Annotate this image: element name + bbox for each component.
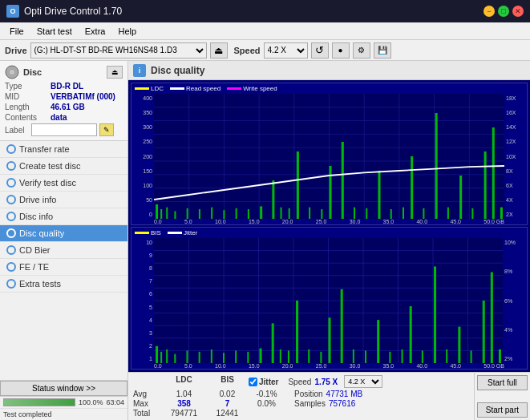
top-chart-yaxis-left: 400 350 300 250 200 150 100 50 0	[131, 94, 154, 219]
disc-header: Disc	[23, 67, 42, 77]
app-icon: O	[6, 5, 19, 18]
svg-rect-88	[308, 349, 310, 363]
status-window-button[interactable]: Status window >>	[0, 381, 127, 396]
svg-rect-103	[483, 301, 485, 363]
status-area: Status window >> 100.0% 63:04 Test compl…	[0, 380, 127, 420]
svg-rect-49	[459, 176, 462, 219]
status-text: Test completed	[3, 410, 52, 418]
svg-rect-35	[297, 151, 299, 219]
speed-select[interactable]: 4.2 X	[264, 42, 308, 59]
svg-rect-85	[280, 349, 281, 363]
refresh-button[interactable]: ↺	[311, 42, 329, 59]
disc-mid-value: VERBATIMf (000)	[51, 92, 115, 101]
svg-rect-87	[296, 301, 298, 363]
bottom-chart: BIS Jitter 10 9 8	[131, 227, 528, 370]
menu-file[interactable]: File	[3, 25, 30, 38]
legend-ldc: LDC	[135, 85, 164, 92]
progress-percent: 100.0%	[79, 398, 103, 406]
maximize-button[interactable]: □	[498, 6, 509, 17]
svg-rect-101	[458, 327, 460, 363]
svg-rect-45	[411, 156, 413, 219]
menu-help[interactable]: Help	[111, 25, 143, 38]
svg-rect-105	[499, 349, 501, 363]
nav-extra-tests[interactable]: Extra tests	[0, 276, 127, 293]
nav-icon-create-test	[6, 161, 16, 171]
top-chart-xaxis: 0.0 5.0 10.0 15.0 20.0 25.0 30.0 35.0 40…	[131, 219, 527, 224]
svg-rect-41	[366, 208, 367, 219]
stats-speed-value: 1.75 X	[314, 378, 338, 386]
svg-rect-37	[321, 209, 322, 219]
nav-disc-info[interactable]: Disc info	[0, 208, 127, 225]
svg-point-2	[11, 71, 14, 74]
legend-jitter: Jitter	[168, 229, 197, 236]
nav-items: Transfer rate Create test disc Verify te…	[0, 141, 127, 380]
stats-header-bis: BIS	[209, 375, 245, 388]
disc-label-input[interactable]	[31, 123, 97, 136]
menu-start-test[interactable]: Start test	[30, 25, 79, 38]
svg-rect-43	[390, 209, 392, 219]
burn-button[interactable]: ●	[332, 42, 350, 59]
nav-cd-bier[interactable]: CD Bier	[0, 242, 127, 259]
nav-icon-transfer-rate	[6, 144, 16, 154]
close-button[interactable]: ✕	[512, 6, 524, 17]
start-part-button[interactable]: Start part	[477, 402, 528, 418]
disc-label-label: Label	[5, 126, 29, 135]
drive-select[interactable]: (G:) HL-DT-ST BD-RE WH16NS48 1.D3	[30, 42, 207, 59]
disc-type-value: BD-R DL	[51, 82, 83, 91]
svg-rect-51	[484, 151, 487, 219]
svg-rect-33	[281, 208, 282, 219]
chart-title: Disc quality	[151, 65, 204, 76]
eject-button[interactable]: ⏏	[210, 42, 228, 59]
stats-position-label: Position	[294, 390, 323, 398]
stats-samples-label: Samples	[294, 399, 326, 408]
svg-rect-28	[223, 210, 225, 219]
nav-disc-quality[interactable]: Disc quality	[0, 225, 127, 242]
disc-contents-label: Contents	[5, 113, 49, 122]
svg-rect-97	[410, 306, 412, 363]
top-chart: LDC Read speed Write speed	[131, 83, 528, 225]
svg-rect-77	[186, 350, 188, 363]
svg-rect-99	[434, 266, 436, 363]
disc-icon	[5, 65, 19, 79]
svg-rect-34	[289, 208, 290, 219]
svg-rect-27	[211, 208, 212, 219]
nav-icon-fe-te	[6, 262, 16, 272]
menubar: File Start test Extra Help	[0, 22, 530, 40]
nav-transfer-rate[interactable]: Transfer rate	[0, 141, 127, 158]
top-chart-plot	[154, 94, 504, 219]
svg-rect-26	[199, 209, 200, 219]
disc-eject-btn[interactable]: ⏏	[107, 66, 123, 79]
svg-rect-93	[365, 350, 366, 363]
svg-rect-79	[211, 349, 212, 363]
nav-icon-disc-info	[6, 212, 16, 221]
svg-rect-96	[402, 349, 403, 363]
nav-create-test-disc[interactable]: Create test disc	[0, 158, 127, 175]
save-button[interactable]: 💾	[374, 42, 391, 59]
stats-speed-select[interactable]: 4.2 X	[344, 375, 382, 388]
disc-mid-label: MID	[5, 92, 49, 101]
svg-rect-52	[492, 127, 495, 219]
svg-rect-94	[377, 320, 379, 363]
bottom-chart-plot	[154, 238, 503, 363]
jitter-checkbox[interactable]	[249, 378, 257, 386]
disc-length-value: 46.61 GB	[51, 103, 85, 111]
nav-icon-cd-bier	[6, 245, 16, 255]
start-full-button[interactable]: Start full	[477, 375, 528, 390]
progress-bar-container	[3, 398, 75, 406]
menu-extra[interactable]: Extra	[79, 25, 112, 38]
disc-label-edit-btn[interactable]: ✎	[99, 123, 114, 136]
svg-rect-44	[403, 208, 404, 219]
minimize-button[interactable]: −	[483, 6, 495, 17]
svg-rect-73	[156, 346, 158, 363]
stats-position-value: 47731 MB	[326, 390, 363, 398]
stats-row-max: Max 358 7 0.0% Samples 757616	[133, 399, 469, 408]
settings-button[interactable]: ⚙	[353, 42, 370, 59]
nav-verify-test-disc[interactable]: Verify test disc	[0, 175, 127, 192]
svg-rect-38	[330, 166, 332, 219]
legend-read-speed: Read speed	[170, 85, 220, 92]
stats-bar: LDC BIS Jitter Speed 1.75 X 4.2 X	[128, 372, 530, 420]
nav-fe-te[interactable]: FE / TE	[0, 259, 127, 276]
nav-drive-info[interactable]: Drive info	[0, 192, 127, 208]
svg-rect-48	[447, 208, 449, 219]
svg-rect-84	[272, 323, 274, 363]
